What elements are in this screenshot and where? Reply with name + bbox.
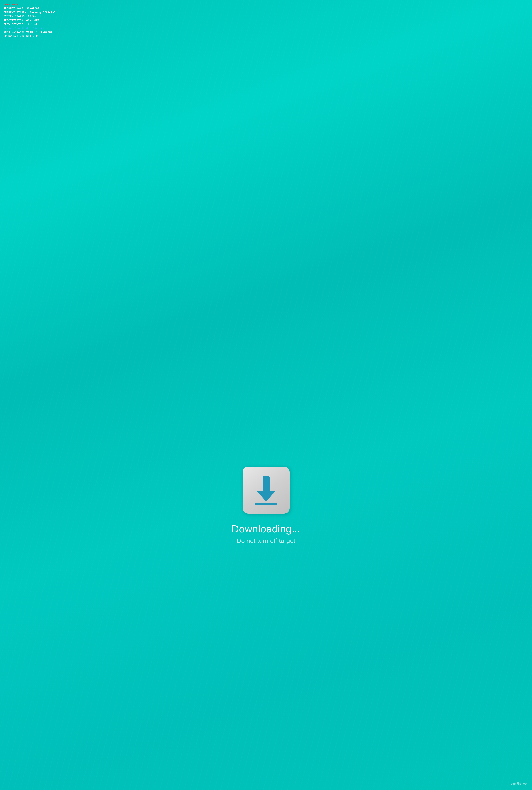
system-status-value: Official bbox=[28, 15, 41, 18]
product-name-line: PRODUCT NAME: SM-G9200 bbox=[3, 7, 56, 11]
crow-service-line: CROW SERVICE : Unlock bbox=[3, 22, 56, 26]
download-icon-box bbox=[243, 467, 290, 514]
watermark: onfix.cn bbox=[511, 782, 528, 787]
crow-service-value: Unlock bbox=[28, 23, 38, 26]
current-binary-key: CURRENT BINARY: bbox=[3, 11, 30, 14]
odin-mode-label: ODIN MODE bbox=[3, 3, 56, 7]
rp-swrev-key: RP SWREV: bbox=[3, 35, 20, 38]
secure-download-value: Enabled bbox=[33, 27, 44, 30]
rp-swrev-value: B:2 K:1 S:0 bbox=[20, 35, 38, 38]
product-name-value: SM-G9200 bbox=[26, 7, 40, 10]
current-binary-value: Samsung Official bbox=[30, 11, 56, 14]
crow-service-key: CROW SERVICE : bbox=[3, 23, 28, 26]
rp-swrev-line: RP SWREV: B:2 K:1 S:0 bbox=[3, 34, 56, 38]
info-panel: ODIN MODE PRODUCT NAME: SM-G9200 CURRENT… bbox=[3, 3, 56, 38]
product-name-key: PRODUCT NAME: bbox=[3, 7, 26, 10]
reactivation-lock-value: OFF bbox=[35, 19, 39, 22]
knox-warranty-value: 1 (0x0400) bbox=[36, 31, 52, 34]
odin-mode-screen: ODIN MODE PRODUCT NAME: SM-G9200 CURRENT… bbox=[0, 0, 532, 790]
secure-download-key: Secure Download : bbox=[3, 27, 33, 30]
reactivation-lock-line: REACTIVATION LOCK: OFF bbox=[3, 19, 56, 22]
secure-download-line: Secure Download : Enabled bbox=[3, 26, 56, 30]
subtitle-text: Do not turn off target bbox=[237, 537, 296, 544]
svg-marker-1 bbox=[256, 491, 276, 502]
system-status-key: SYSTEM STATUS: bbox=[3, 15, 28, 18]
download-arrow-icon bbox=[250, 474, 282, 506]
knox-warranty-line: KNOX WARRANTY VOID: 1 (0x0400) bbox=[3, 30, 56, 34]
knox-warranty-key: KNOX WARRANTY VOID: bbox=[3, 31, 36, 34]
center-content: Downloading... Do not turn off target bbox=[0, 0, 532, 790]
system-status-line: SYSTEM STATUS: Official bbox=[3, 15, 56, 18]
current-binary-line: CURRENT BINARY: Samsung Official bbox=[3, 11, 56, 15]
reactivation-lock-key: REACTIVATION LOCK: bbox=[3, 19, 35, 22]
svg-rect-2 bbox=[255, 503, 278, 505]
downloading-text: Downloading... bbox=[232, 523, 300, 535]
svg-rect-0 bbox=[263, 476, 270, 492]
